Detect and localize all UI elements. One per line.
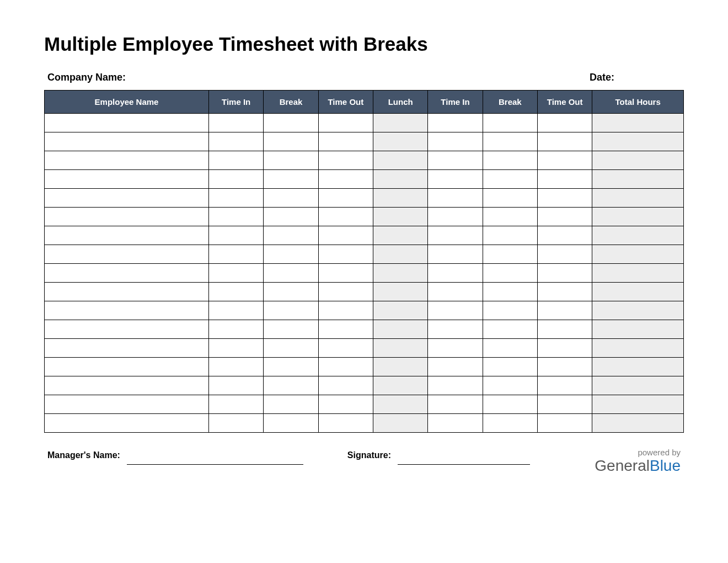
cell[interactable] bbox=[45, 132, 209, 151]
cell[interactable] bbox=[318, 264, 373, 283]
cell[interactable] bbox=[592, 226, 684, 245]
cell[interactable] bbox=[483, 358, 537, 376]
cell[interactable] bbox=[592, 414, 684, 433]
cell[interactable] bbox=[209, 170, 264, 189]
cell[interactable] bbox=[264, 226, 318, 245]
cell[interactable] bbox=[318, 376, 373, 395]
cell[interactable] bbox=[537, 301, 592, 320]
cell[interactable] bbox=[264, 245, 318, 264]
cell[interactable] bbox=[483, 170, 537, 189]
cell[interactable] bbox=[318, 226, 373, 245]
cell[interactable] bbox=[537, 283, 592, 301]
cell[interactable] bbox=[264, 189, 318, 208]
cell[interactable] bbox=[373, 376, 428, 395]
cell[interactable] bbox=[428, 376, 483, 395]
cell[interactable] bbox=[537, 395, 592, 414]
cell[interactable] bbox=[483, 264, 537, 283]
cell[interactable] bbox=[45, 376, 209, 395]
cell[interactable] bbox=[209, 226, 264, 245]
cell[interactable] bbox=[428, 339, 483, 358]
cell[interactable] bbox=[483, 226, 537, 245]
cell[interactable] bbox=[318, 283, 373, 301]
cell[interactable] bbox=[373, 358, 428, 376]
cell[interactable] bbox=[537, 339, 592, 358]
manager-name-line[interactable] bbox=[127, 448, 303, 465]
cell[interactable] bbox=[318, 170, 373, 189]
cell[interactable] bbox=[592, 208, 684, 226]
cell[interactable] bbox=[428, 189, 483, 208]
cell[interactable] bbox=[537, 132, 592, 151]
cell[interactable] bbox=[483, 376, 537, 395]
cell[interactable] bbox=[483, 320, 537, 339]
cell[interactable] bbox=[209, 132, 264, 151]
cell[interactable] bbox=[592, 189, 684, 208]
cell[interactable] bbox=[264, 376, 318, 395]
cell[interactable] bbox=[537, 189, 592, 208]
cell[interactable] bbox=[592, 358, 684, 376]
cell[interactable] bbox=[264, 358, 318, 376]
cell[interactable] bbox=[592, 132, 684, 151]
cell[interactable] bbox=[537, 264, 592, 283]
cell[interactable] bbox=[209, 264, 264, 283]
cell[interactable] bbox=[373, 132, 428, 151]
cell[interactable] bbox=[209, 301, 264, 320]
cell[interactable] bbox=[209, 339, 264, 358]
cell[interactable] bbox=[45, 226, 209, 245]
cell[interactable] bbox=[483, 414, 537, 433]
cell[interactable] bbox=[483, 395, 537, 414]
cell[interactable] bbox=[45, 358, 209, 376]
cell[interactable] bbox=[264, 339, 318, 358]
cell[interactable] bbox=[264, 151, 318, 170]
cell[interactable] bbox=[537, 320, 592, 339]
cell[interactable] bbox=[318, 301, 373, 320]
cell[interactable] bbox=[209, 208, 264, 226]
cell[interactable] bbox=[373, 189, 428, 208]
cell[interactable] bbox=[373, 339, 428, 358]
cell[interactable] bbox=[45, 151, 209, 170]
cell[interactable] bbox=[428, 320, 483, 339]
cell[interactable] bbox=[318, 208, 373, 226]
cell[interactable] bbox=[428, 245, 483, 264]
cell[interactable] bbox=[537, 414, 592, 433]
cell[interactable] bbox=[373, 226, 428, 245]
cell[interactable] bbox=[318, 395, 373, 414]
cell[interactable] bbox=[537, 245, 592, 264]
cell[interactable] bbox=[209, 114, 264, 132]
cell[interactable] bbox=[209, 395, 264, 414]
cell[interactable] bbox=[373, 283, 428, 301]
cell[interactable] bbox=[45, 208, 209, 226]
cell[interactable] bbox=[373, 414, 428, 433]
cell[interactable] bbox=[264, 114, 318, 132]
cell[interactable] bbox=[592, 170, 684, 189]
cell[interactable] bbox=[318, 189, 373, 208]
cell[interactable] bbox=[592, 114, 684, 132]
cell[interactable] bbox=[592, 339, 684, 358]
cell[interactable] bbox=[483, 339, 537, 358]
cell[interactable] bbox=[45, 283, 209, 301]
signature-line[interactable] bbox=[398, 448, 530, 465]
cell[interactable] bbox=[373, 264, 428, 283]
cell[interactable] bbox=[264, 320, 318, 339]
cell[interactable] bbox=[428, 114, 483, 132]
cell[interactable] bbox=[318, 114, 373, 132]
cell[interactable] bbox=[592, 151, 684, 170]
cell[interactable] bbox=[428, 414, 483, 433]
cell[interactable] bbox=[428, 170, 483, 189]
cell[interactable] bbox=[592, 283, 684, 301]
cell[interactable] bbox=[209, 358, 264, 376]
cell[interactable] bbox=[373, 320, 428, 339]
cell[interactable] bbox=[537, 114, 592, 132]
cell[interactable] bbox=[264, 170, 318, 189]
cell[interactable] bbox=[264, 414, 318, 433]
cell[interactable] bbox=[537, 151, 592, 170]
cell[interactable] bbox=[209, 283, 264, 301]
cell[interactable] bbox=[209, 376, 264, 395]
cell[interactable] bbox=[45, 414, 209, 433]
cell[interactable] bbox=[373, 151, 428, 170]
cell[interactable] bbox=[264, 395, 318, 414]
cell[interactable] bbox=[264, 208, 318, 226]
cell[interactable] bbox=[373, 208, 428, 226]
cell[interactable] bbox=[373, 245, 428, 264]
cell[interactable] bbox=[318, 339, 373, 358]
cell[interactable] bbox=[209, 414, 264, 433]
